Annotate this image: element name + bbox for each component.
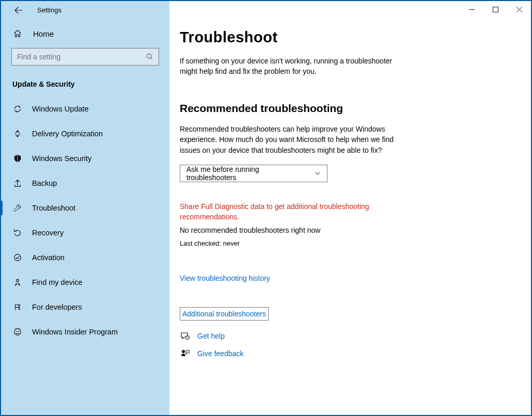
sidebar-item-troubleshoot[interactable]: Troubleshoot	[1, 196, 169, 220]
main-content: Troubleshoot If something on your device…	[169, 1, 531, 415]
sidebar-item-find-my-device[interactable]: Find my device	[1, 270, 169, 295]
sidebar-section-label: Update & Security	[1, 66, 169, 93]
shield-icon	[12, 153, 23, 164]
svg-point-2	[17, 279, 19, 282]
sidebar-item-label: Activation	[32, 253, 65, 262]
dropdown-value: Ask me before running troubleshooters	[186, 165, 309, 182]
sidebar-home-label: Home	[33, 29, 54, 38]
chevron-down-icon	[315, 170, 321, 177]
window-controls	[460, 1, 531, 18]
recommended-dropdown[interactable]: Ask me before running troubleshooters	[180, 165, 327, 182]
sidebar-item-label: Find my device	[32, 278, 83, 286]
sidebar-item-label: Recovery	[32, 229, 64, 237]
svg-point-5	[18, 331, 19, 332]
wrench-icon	[12, 203, 23, 213]
sidebar-item-activation[interactable]: Activation	[1, 245, 169, 270]
titlebar-left: Settings	[1, 1, 169, 19]
sidebar-item-label: For developers	[32, 303, 82, 311]
back-arrow-icon	[14, 6, 23, 14]
give-feedback-row[interactable]: Give feedback	[180, 348, 521, 359]
last-checked-text: Last checked: never	[180, 239, 521, 247]
get-help-label: Get help	[197, 332, 225, 340]
sidebar-item-delivery-optimization[interactable]: Delivery Optimization	[1, 121, 169, 146]
recommended-desc: Recommended troubleshooters can help imp…	[180, 124, 402, 155]
maximize-button[interactable]	[483, 1, 507, 18]
backup-icon	[12, 178, 23, 188]
svg-point-1	[14, 254, 21, 261]
sidebar-item-recovery[interactable]: Recovery	[1, 220, 169, 245]
page-title: Troubleshoot	[180, 29, 521, 46]
additional-troubleshooters-link[interactable]: Additional troubleshooters	[180, 307, 269, 321]
sidebar-item-backup[interactable]: Backup	[1, 171, 169, 196]
developers-icon	[12, 302, 23, 312]
additional-troubleshooters-label: Additional troubleshooters	[182, 310, 266, 318]
sync-icon	[12, 104, 23, 114]
close-icon	[517, 7, 522, 12]
app-title: Settings	[37, 6, 61, 14]
minimize-button[interactable]	[460, 1, 483, 18]
diagnostic-warning: Share Full Diagnostic data to get additi…	[180, 202, 402, 222]
find-device-icon	[12, 277, 23, 287]
home-icon	[12, 28, 23, 39]
get-help-row[interactable]: ? Get help	[180, 331, 521, 341]
help-icon: ?	[180, 331, 190, 341]
search-icon	[146, 53, 154, 61]
intro-text: If something on your device isn't workin…	[180, 56, 402, 76]
sidebar-item-windows-security[interactable]: Windows Security	[1, 146, 169, 171]
minimize-icon	[469, 7, 475, 12]
svg-rect-6	[493, 7, 498, 12]
delivery-icon	[12, 129, 23, 139]
give-feedback-label: Give feedback	[197, 349, 244, 358]
insider-icon	[12, 327, 23, 337]
sidebar-item-label: Delivery Optimization	[32, 130, 103, 138]
sidebar-item-windows-update[interactable]: Windows Update	[1, 97, 169, 121]
svg-point-4	[16, 331, 17, 332]
recovery-icon	[12, 228, 23, 238]
sidebar-nav: Windows Update Delivery Optimization Win…	[1, 93, 169, 344]
sidebar-item-windows-insider[interactable]: Windows Insider Program	[1, 319, 169, 344]
svg-point-9	[182, 350, 185, 353]
search-box[interactable]	[11, 48, 159, 66]
checkmark-icon	[12, 252, 23, 263]
sidebar-item-label: Windows Update	[32, 105, 89, 113]
svg-point-0	[147, 54, 151, 58]
back-button[interactable]	[11, 3, 26, 18]
close-button[interactable]	[507, 1, 531, 18]
sidebar-item-label: Backup	[32, 179, 57, 187]
feedback-icon	[180, 348, 190, 359]
maximize-icon	[493, 7, 498, 12]
no-recommended-text: No recommended troubleshooters right now	[180, 226, 521, 234]
svg-point-3	[14, 329, 21, 335]
search-input[interactable]	[11, 48, 159, 66]
sidebar-item-label: Troubleshoot	[32, 204, 75, 212]
sidebar-item-label: Windows Security	[32, 154, 91, 163]
sidebar-item-for-developers[interactable]: For developers	[1, 295, 169, 319]
svg-text:?: ?	[187, 336, 189, 339]
recommended-heading: Recommended troubleshooting	[180, 102, 521, 115]
sidebar: Settings Home Update & Security Windows …	[1, 1, 169, 415]
sidebar-home[interactable]: Home	[1, 19, 169, 48]
history-link[interactable]: View troubleshooting history	[180, 274, 270, 282]
sidebar-item-label: Windows Insider Program	[32, 328, 118, 336]
